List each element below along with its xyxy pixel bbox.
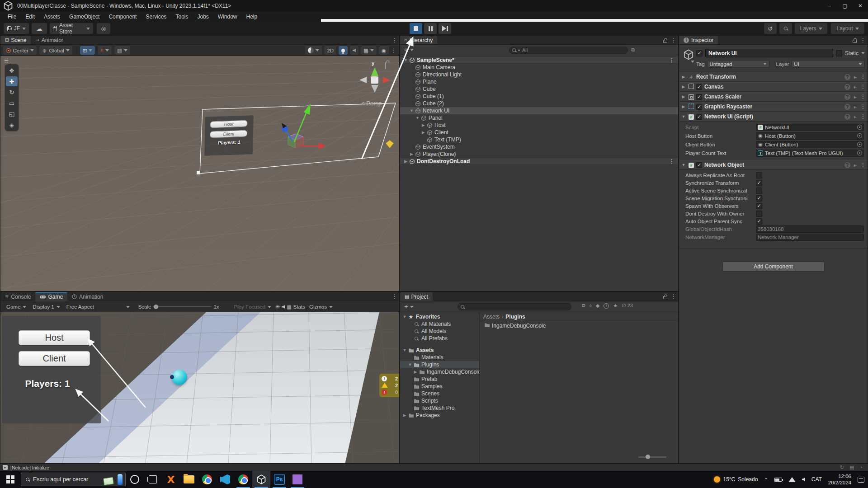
object-field[interactable]: ◉Host (Button) — [756, 132, 864, 140]
expander-icon[interactable]: ▶ — [403, 159, 409, 164]
component-kebab-icon[interactable]: ⋮ — [860, 162, 866, 168]
volume-icon[interactable] — [802, 478, 805, 481]
toggle-checkbox[interactable]: ✓ — [756, 195, 762, 202]
tab-game[interactable]: Game — [35, 292, 67, 301]
object-picker-icon[interactable] — [857, 125, 862, 130]
tab-project[interactable]: ▤ Project — [400, 292, 433, 301]
clock[interactable]: 12:06 20/2/2024 — [828, 473, 851, 486]
expander-icon[interactable]: ▼ — [409, 108, 415, 113]
help-icon[interactable]: ? — [844, 162, 850, 168]
label-filter-icon[interactable]: ◆ — [596, 303, 599, 309]
hierarchy-item-cube-1-[interactable]: Cube (1) — [400, 93, 678, 100]
thumbnail-size-slider[interactable] — [638, 456, 666, 458]
hidden-count[interactable]: ∅ 23 — [622, 303, 633, 309]
progress-icon[interactable]: ◔ — [859, 465, 863, 470]
breadcrumb-root[interactable]: Assets — [483, 314, 500, 320]
project-tree-item-all-prefabs[interactable]: All Prefabs — [400, 335, 479, 342]
version-control-button[interactable]: ◎ — [97, 23, 110, 34]
add-component-button[interactable]: Add Component — [722, 262, 825, 272]
status-bar[interactable]: ▸ [Netcode] Initialize ↻ ▤ ◔ — [0, 464, 868, 471]
help-icon[interactable]: ? — [844, 74, 850, 80]
scene-overflow-kebab-icon[interactable]: ⋮ — [391, 47, 396, 54]
frame-debugger-icon[interactable]: ✳ — [275, 304, 280, 310]
view-lock-icon[interactable] — [385, 62, 386, 69]
expander-icon[interactable]: ▶ — [681, 84, 686, 89]
hierarchy-item-network-ui[interactable]: ▼Network UI — [400, 107, 678, 114]
menu-assets[interactable]: Assets — [40, 13, 64, 21]
taskbar-app-task-view[interactable] — [144, 471, 162, 488]
taskbar-app-visual-studio[interactable] — [288, 471, 307, 488]
pause-button[interactable] — [424, 23, 437, 34]
scene-menu-kebab-icon[interactable]: ⋮ — [392, 37, 397, 43]
layout-dropdown[interactable]: Layout — [831, 23, 864, 34]
expander-icon[interactable]: ▶ — [420, 130, 426, 135]
taskbar-app-xampp[interactable]: X — [162, 471, 180, 488]
object-field[interactable]: ◉Client (Button) — [756, 141, 864, 148]
project-tree-item-samples[interactable]: Samples — [400, 383, 479, 390]
favorites-filter-icon[interactable]: ★ — [613, 303, 618, 309]
battery-icon[interactable] — [774, 478, 782, 482]
start-button[interactable] — [0, 471, 21, 488]
create-asset-button[interactable]: ＋ — [403, 303, 414, 311]
shading-mode-dropdown[interactable] — [305, 46, 322, 55]
grid-visibility-dropdown[interactable]: ⊞ — [80, 46, 95, 55]
help-icon[interactable]: ? — [844, 114, 850, 120]
taskbar-search[interactable]: Escriu aquí per cercar — [21, 473, 126, 486]
alert-filter-icon[interactable]: ! — [604, 303, 609, 309]
hierarchy-lock-icon[interactable] — [663, 40, 667, 43]
taskbar-app-photoshop[interactable]: Ps — [270, 471, 288, 488]
row-kebab-icon[interactable]: ⋮ — [669, 158, 675, 164]
menu-window[interactable]: Window — [214, 13, 241, 21]
2d-toggle[interactable]: 2D — [324, 46, 336, 55]
orientation-dropdown[interactable]: 🜨 Global — [39, 46, 72, 55]
component-kebab-icon[interactable]: ⋮ — [860, 94, 866, 100]
component-header-graphic-raycaster[interactable]: ▶✓Graphic Raycaster?⫦⋮ — [679, 102, 868, 112]
hand-tool-button[interactable]: ✥ — [6, 66, 18, 75]
help-icon[interactable]: ? — [844, 104, 850, 110]
component-header-network-object[interactable]: ▼#✓Network Object?⫦⋮ — [679, 160, 868, 170]
expander-icon[interactable]: ▼ — [681, 114, 686, 119]
taskbar-app-unity[interactable] — [252, 471, 270, 488]
undo-history-button[interactable]: ↺ — [764, 23, 777, 34]
component-header-network-ui-script-[interactable]: ▼#✓Network UI (Script)?⫦⋮ — [679, 112, 868, 122]
rect-tool-button[interactable]: ▭ — [6, 98, 18, 108]
tray-expand-icon[interactable]: ⌃ — [764, 477, 768, 482]
presets-icon[interactable]: ⫦ — [854, 94, 857, 100]
projection-label[interactable]: < Persp — [361, 100, 382, 107]
notification-center-icon[interactable] — [858, 477, 864, 483]
menu-file[interactable]: File — [4, 13, 20, 21]
project-tree-item-plugins[interactable]: ▼Plugins — [400, 361, 479, 368]
lighting-toggle[interactable] — [339, 46, 348, 55]
expander-icon[interactable]: ▶ — [420, 123, 426, 127]
audio-mute-toggle[interactable] — [350, 46, 359, 55]
presets-icon[interactable]: ⫦ — [854, 84, 857, 90]
component-header-canvas[interactable]: ▶✓Canvas?⫦⋮ — [679, 82, 868, 92]
help-icon[interactable]: ? — [844, 94, 850, 100]
hierarchy-item-text-tmp-[interactable]: Text (TMP) — [400, 136, 678, 143]
layer-dropdown[interactable]: UI — [791, 60, 865, 68]
hierarchy-item-player-clone-[interactable]: ▶Player(Clone) — [400, 150, 678, 158]
hierarchy-item-host[interactable]: ▶Host — [400, 122, 678, 129]
play-button[interactable] — [410, 23, 422, 34]
project-search-input[interactable] — [458, 303, 571, 310]
project-tree-item-all-models[interactable]: All Models — [400, 328, 479, 335]
wifi-icon[interactable] — [788, 477, 796, 482]
project-tree-item-ingamedebugconsole[interactable]: ▶IngameDebugConsole — [400, 368, 479, 375]
expander-icon[interactable]: ▼ — [681, 163, 686, 167]
expander-icon[interactable]: ▶ — [409, 152, 415, 156]
menu-component[interactable]: Component — [104, 13, 141, 21]
project-tree-item-packages[interactable]: ▶Packages — [400, 412, 479, 419]
move-tool-button[interactable]: ✚ — [6, 76, 18, 86]
game-viewport[interactable]: Host Client Players: 1 !22!0 — [0, 312, 399, 463]
project-tree-item-textmesh-pro[interactable]: TextMesh Pro — [400, 404, 479, 412]
component-enabled-checkbox[interactable]: ✓ — [696, 114, 702, 120]
create-object-button[interactable]: ＋ — [403, 46, 414, 54]
transform-tool-button[interactable]: ◈ — [6, 120, 18, 130]
object-picker-icon[interactable] — [857, 150, 862, 155]
tab-animator[interactable]: ⇝ Animator — [31, 36, 67, 44]
hierarchy-item-panel[interactable]: ▼Panel — [400, 114, 678, 122]
activity-icon[interactable]: ↻ — [840, 465, 844, 470]
hierarchy-item-plane[interactable]: Plane — [400, 78, 678, 85]
project-popout-icon[interactable]: ⧉ — [582, 303, 585, 309]
inspector-kebab-icon[interactable]: ⋮ — [860, 37, 866, 43]
